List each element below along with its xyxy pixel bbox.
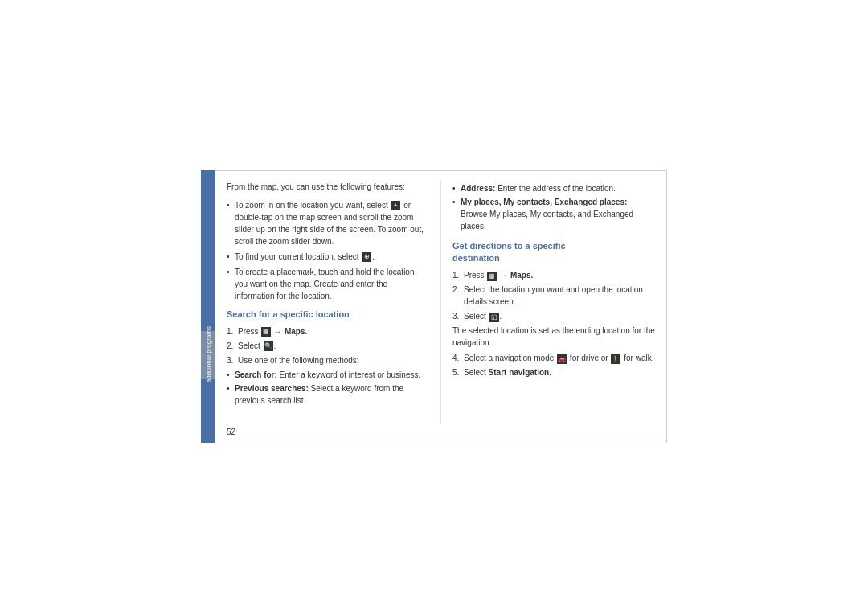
main-content: From the map, you can use the following … (215, 170, 667, 443)
intro-bullet-1: To zoom in on the location you want, sel… (227, 199, 429, 247)
search-section-heading: Search for a specific location (227, 309, 429, 321)
intro-bullet-2: To find your current location, select ⊕. (227, 251, 429, 263)
menu-icon-1: ▦ (261, 327, 271, 337)
left-sidebar: additional programs (201, 170, 215, 443)
directions-step-1: 1. Press ▦ → Maps. (452, 269, 655, 281)
search-steps-list: 1. Press ▦ → Maps. 2. Select 🔍. 3. Use o… (227, 325, 429, 366)
search-step-3: 3. Use one of the following methods: (227, 354, 429, 366)
step3-note: The selected location is set as the endi… (452, 325, 655, 349)
page-footer: 52 (215, 424, 666, 436)
directions-step-5: 5. Select Start navigation. (452, 366, 655, 378)
directions-steps-list-2: 4. Select a navigation mode 🚗 for drive … (452, 352, 655, 378)
search-step-1: 1. Press ▦ → Maps. (227, 325, 429, 337)
intro-text: From the map, you can use the following … (227, 181, 429, 193)
intro-bullet-list: To zoom in on the location you want, sel… (227, 199, 429, 302)
sidebar-tab: additional programs (201, 331, 215, 379)
search-method-2: Previous searches: Select a keyword from… (227, 382, 429, 407)
sidebar-label: additional programs (205, 326, 212, 382)
location-icon: ⊕ (362, 252, 371, 262)
walk-icon: 🚶 (611, 354, 620, 364)
right-top-bullets: Address: Enter the address of the locati… (452, 182, 655, 232)
search-method-1: Search for: Enter a keyword of interest … (227, 369, 429, 381)
left-column: From the map, you can use the following … (215, 181, 441, 424)
directions-step-2: 2. Select the location you want and open… (452, 284, 655, 308)
menu-icon-2: ▦ (487, 272, 497, 281)
search-step-2: 2. Select 🔍. (227, 340, 429, 352)
content-area: additional programs From the map, you ca… (201, 170, 667, 443)
intro-bullet-3: To create a placemark, touch and hold th… (227, 266, 429, 302)
page-number: 52 (227, 427, 235, 436)
drive-icon: 🚗 (557, 354, 567, 364)
right-bullet-2: My places, My contacts, Exchanged places… (452, 196, 655, 232)
right-column: Address: Enter the address of the locati… (441, 181, 666, 424)
search-icon: 🔍 (264, 341, 273, 351)
two-columns: From the map, you can use the following … (215, 181, 666, 424)
directions-section-heading: Get directions to a specificdestination (452, 240, 655, 265)
right-bullet-1: Address: Enter the address of the locati… (452, 182, 655, 194)
directions-steps-list: 1. Press ▦ → Maps. 2. Select the locatio… (452, 269, 655, 322)
zoom-in-icon: + (391, 201, 400, 210)
page-container: additional programs From the map, you ca… (0, 0, 868, 613)
directions-step-3: 3. Select ◱. (452, 310, 655, 322)
directions-step-4: 4. Select a navigation mode 🚗 for drive … (452, 352, 655, 364)
search-methods-list: Search for: Enter a keyword of interest … (227, 369, 429, 407)
navigate-icon: ◱ (489, 313, 499, 322)
